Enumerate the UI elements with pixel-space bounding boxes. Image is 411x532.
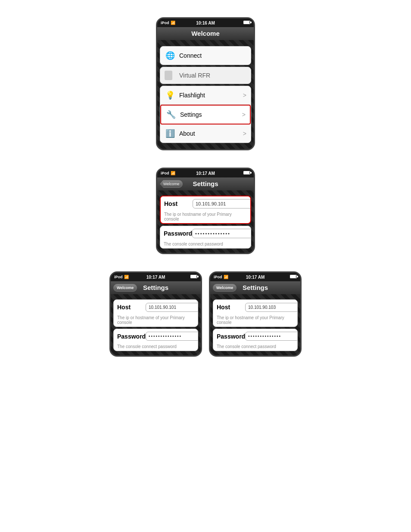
flashlight-chevron: > — [243, 92, 246, 99]
password-section: Password The console connect password — [160, 226, 251, 249]
battery-icon-3a — [190, 275, 197, 278]
virtual-rfr-row[interactable]: Virtual RFR — [160, 67, 251, 84]
settings-row[interactable]: 🔧 Settings > — [160, 105, 251, 124]
screen1-frame: iPod 📶 10:16 AM Welcome 🌐 Connect Virtua… — [156, 17, 255, 150]
host-section-3b: Host 🚫 The ip or hostname of your Primar… — [213, 299, 298, 327]
nav-title-1: Welcome — [191, 30, 220, 37]
screen2-wrapper: iPod 📶 10:17 AM Welcome Settings Host 🔍 — [156, 168, 255, 254]
flashlight-row[interactable]: 💡 Flashlight > — [160, 86, 251, 105]
battery-icon-3b — [290, 275, 297, 278]
wifi-icon-3a: 📶 — [124, 275, 129, 279]
ipod-label-3b: iPod — [214, 275, 222, 279]
host-hint-3b: The ip or hostname of your Primary conso… — [213, 315, 297, 327]
host-row-3a: Host ✓ — [114, 300, 198, 314]
connect-icon: 🌐 — [165, 50, 176, 61]
wifi-icon-1: 📶 — [171, 21, 175, 25]
menu-group: 💡 Flashlight > 🔧 Settings > ℹ️ About > — [160, 86, 251, 143]
back-button-3b[interactable]: Welcome — [213, 284, 237, 292]
password-row-3a: Password — [114, 329, 198, 343]
back-button-2[interactable]: Welcome — [160, 180, 183, 188]
password-label-3b: Password — [217, 333, 243, 340]
status-left-3a: iPod 📶 — [114, 275, 129, 279]
connect-row[interactable]: 🌐 Connect — [160, 46, 251, 65]
nav-title-2: Settings — [193, 180, 218, 187]
host-input[interactable] — [193, 199, 251, 208]
password-section-3b: Password The console connect password — [213, 329, 298, 351]
battery-icon-2 — [243, 171, 250, 174]
host-input-3a[interactable] — [146, 303, 198, 312]
status-bar-1: iPod 📶 10:16 AM — [157, 19, 254, 27]
battery-3a — [190, 275, 197, 279]
ipod-label-2: iPod — [161, 171, 169, 175]
password-input-3a[interactable] — [146, 332, 198, 341]
ipod-label-1: iPod — [161, 21, 169, 25]
battery-3b — [290, 275, 297, 279]
status-left-3b: iPod 📶 — [214, 275, 228, 279]
back-button-3a[interactable]: Welcome — [113, 284, 137, 292]
about-chevron: > — [243, 130, 246, 137]
nav-bar-1: Welcome — [157, 27, 254, 40]
host-label: Host — [164, 200, 190, 207]
nav-title-3a: Settings — [143, 284, 168, 291]
host-input-3b[interactable] — [245, 303, 298, 312]
screen3a-wrapper: iPod 📶 10:17 AM Welcome Settings Host — [109, 271, 202, 357]
password-hint-3b: The console connect password — [213, 344, 297, 351]
nav-bar-3a: Welcome Settings — [111, 281, 201, 294]
host-section: Host 🔍 The ip or hostname of your Primar… — [160, 196, 251, 224]
about-icon: ℹ️ — [165, 128, 176, 139]
status-bar-3a: iPod 📶 10:17 AM — [111, 273, 201, 281]
settings-chevron: > — [242, 111, 246, 118]
status-bar-2: iPod 📶 10:17 AM — [157, 169, 254, 177]
host-row: Host 🔍 — [161, 196, 250, 211]
screen3a-frame: iPod 📶 10:17 AM Welcome Settings Host — [109, 271, 202, 357]
about-row[interactable]: ℹ️ About > — [160, 124, 251, 143]
screen3b-content: Host 🚫 The ip or hostname of your Primar… — [210, 294, 300, 355]
time-3a: 10:17 AM — [146, 275, 165, 280]
host-label-3a: Host — [117, 304, 143, 311]
password-input[interactable] — [192, 229, 251, 238]
host-hint-3a: The ip or hostname of your Primary conso… — [114, 315, 198, 327]
rfr-icon — [165, 71, 172, 80]
screen1-content: 🌐 Connect Virtual RFR 💡 Flashlight > 🔧 — [157, 40, 254, 149]
status-bar-3b: iPod 📶 10:17 AM — [210, 273, 300, 281]
password-hint: The console connect password — [160, 242, 251, 248]
password-row: Password — [160, 226, 251, 241]
nav-bar-2: Welcome Settings — [157, 177, 254, 190]
screen2-frame: iPod 📶 10:17 AM Welcome Settings Host 🔍 — [156, 168, 255, 254]
password-row-3b: Password — [213, 329, 297, 343]
password-label: Password — [164, 230, 190, 237]
password-label-3a: Password — [117, 333, 143, 340]
battery-icon-1 — [243, 21, 250, 24]
ipod-label-3a: iPod — [114, 275, 123, 279]
wifi-icon-2: 📶 — [171, 171, 175, 175]
password-input-3b[interactable] — [245, 332, 298, 341]
time-3b: 10:17 AM — [246, 275, 265, 280]
screen3b-wrapper: iPod 📶 10:17 AM Welcome Settings Host — [209, 271, 302, 357]
time-2: 10:17 AM — [196, 171, 215, 176]
time-1: 10:16 AM — [196, 21, 215, 25]
password-section-3a: Password The console connect password — [113, 329, 198, 351]
battery-2 — [243, 171, 250, 175]
battery-1 — [243, 21, 250, 25]
flashlight-icon: 💡 — [165, 90, 176, 101]
settings-icon: 🔧 — [165, 109, 177, 120]
host-hint: The ip or hostname of your Primary conso… — [161, 212, 250, 223]
screen1-wrapper: iPod 📶 10:16 AM Welcome 🌐 Connect Virtua… — [156, 17, 255, 150]
status-left-1: iPod 📶 — [161, 21, 175, 25]
about-label: About — [179, 130, 243, 137]
connect-label: Connect — [179, 52, 202, 59]
screen2-content: Host 🔍 The ip or hostname of your Primar… — [157, 190, 254, 253]
password-hint-3a: The console connect password — [114, 344, 198, 351]
host-row-3b: Host 🚫 — [213, 300, 297, 314]
nav-bar-3b: Welcome Settings — [210, 281, 300, 294]
rfr-label: Virtual RFR — [179, 72, 210, 79]
status-left-2: iPod 📶 — [161, 171, 175, 175]
settings-label: Settings — [180, 111, 242, 118]
screens-row: iPod 📶 10:17 AM Welcome Settings Host — [109, 271, 302, 357]
wifi-icon-3b: 📶 — [224, 275, 228, 279]
screen3b-frame: iPod 📶 10:17 AM Welcome Settings Host — [209, 271, 302, 357]
host-section-3a: Host ✓ The ip or hostname of your Primar… — [113, 299, 198, 327]
flashlight-label: Flashlight — [179, 92, 243, 99]
host-label-3b: Host — [217, 304, 243, 311]
screen3a-content: Host ✓ The ip or hostname of your Primar… — [111, 294, 201, 355]
